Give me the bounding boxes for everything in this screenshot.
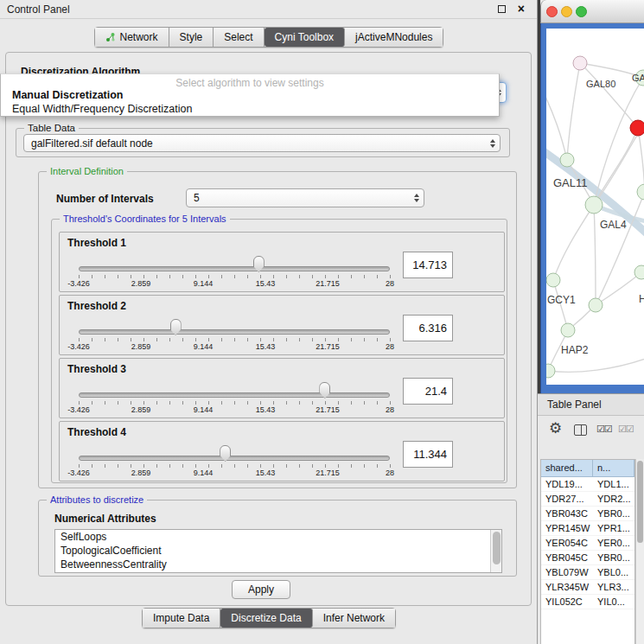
table-scrollbar[interactable] (635, 459, 644, 644)
close-icon[interactable]: × (518, 2, 525, 16)
bottom-tab-infer-network[interactable]: Infer Network (313, 609, 395, 628)
network-icon (105, 32, 116, 42)
network-node[interactable] (546, 364, 555, 378)
threshold-value-field[interactable]: 14.713 (403, 252, 453, 278)
network-node[interactable] (560, 153, 574, 167)
table-row[interactable]: YBR043CYBR0... (541, 507, 634, 521)
table-scrollbar-thumb[interactable] (637, 461, 643, 543)
tab-jactivemnodules[interactable]: jActiveMNodules (345, 28, 443, 47)
threshold-value-field[interactable]: 21.4 (403, 378, 453, 405)
slider-ticks (79, 401, 391, 405)
threshold-slider-track[interactable] (79, 456, 390, 461)
bottom-tab-strip: Impute DataDiscretize DataInfer Network (142, 608, 396, 628)
tab-style[interactable]: Style (169, 28, 214, 47)
num-intervals-label: Number of Intervals (56, 193, 154, 205)
dropdown-option-equal-width-frequency-discretization[interactable]: Equal Width/Frequency Discretization (12, 103, 192, 115)
tick-label: 2.859 (131, 342, 151, 351)
list-scrollbar[interactable] (490, 530, 501, 572)
tick-label: 15.43 (256, 405, 276, 414)
threshold-slider-track[interactable] (79, 266, 390, 271)
threshold-value-field[interactable]: 11.344 (403, 441, 453, 468)
table-row[interactable]: YPR145WYPR1... (541, 521, 634, 536)
attribute-list-item[interactable]: TopologicalCoefficient (55, 544, 501, 558)
table-row[interactable]: YIL052CYIL0... (541, 595, 634, 609)
table-cell: YBL0... (593, 565, 634, 579)
column-header-2[interactable]: n... (593, 460, 634, 477)
network-node[interactable] (546, 273, 560, 287)
close-traffic-light-icon[interactable] (546, 6, 558, 17)
network-node-label: GCY1 (547, 294, 576, 306)
table-panel-title: Table Panel (547, 399, 602, 411)
dropdown-option-manual-discretization[interactable]: Manual Discretization (12, 89, 124, 101)
attribute-list-item[interactable]: BetweennessCentrality (55, 558, 501, 571)
tick-label: -3.426 (67, 279, 90, 288)
tick-label: 2.859 (131, 279, 151, 288)
table-data-combobox[interactable]: galFiltered.sif default node (23, 134, 501, 152)
zoom-traffic-light-icon[interactable] (576, 6, 587, 17)
filter-columns-icon[interactable]: ☑☑ (618, 424, 629, 435)
table-cell: YBL079W (541, 565, 593, 579)
network-node[interactable] (630, 120, 644, 136)
slider-ticks (79, 338, 391, 341)
tick-label: 21.715 (316, 469, 340, 477)
tick-label: 15.43 (256, 342, 276, 351)
apply-button[interactable]: Apply (232, 580, 290, 599)
table-row[interactable]: YBR045CYBR0... (541, 551, 634, 565)
numerical-attributes-list[interactable]: SelfLoopsTopologicalCoefficientBetweenne… (54, 529, 502, 573)
threshold-label: Threshold 2 (67, 300, 126, 312)
threshold-slider-track[interactable] (79, 329, 390, 335)
tick-label: 15.43 (256, 469, 276, 477)
tab-select[interactable]: Select (214, 28, 264, 47)
table-row[interactable]: YER054CYER0... (541, 536, 634, 551)
network-frame: GAL80GAGAL11GAL4GCY1HAP2H (540, 23, 644, 393)
bottom-tab-discretize-data[interactable]: Discretize Data (220, 609, 312, 628)
column-header-1[interactable]: shared... (541, 460, 593, 477)
table-row[interactable]: YDL19...YDL1... (541, 477, 634, 492)
tick-label: 9.144 (194, 405, 214, 414)
list-scrollbar-thumb[interactable] (493, 532, 501, 564)
columns-icon[interactable] (574, 424, 587, 436)
threshold-slider-track[interactable] (79, 392, 390, 398)
tick-label: 28 (386, 342, 394, 351)
table-cell: YDR2... (593, 492, 634, 506)
attributes-group-title: Attributes to discretize (47, 494, 147, 506)
network-node[interactable] (561, 323, 575, 337)
minimize-traffic-light-icon[interactable] (561, 6, 572, 17)
thresholds-group: Threshold's Coordinates for 5 Intervals … (51, 219, 507, 483)
table-cell: YER054C (541, 536, 593, 550)
table-cell: YLR3... (593, 580, 634, 594)
network-window-titlebar[interactable] (540, 0, 644, 23)
thresholds-group-title: Threshold's Coordinates for 5 Intervals (60, 214, 230, 225)
bottom-tab-impute-data[interactable]: Impute Data (143, 609, 220, 628)
num-intervals-value: 5 (194, 192, 200, 204)
threshold-panel-1: Threshold 1-3.4262.8599.14415.4321.71528… (59, 232, 505, 292)
table-cell: YBR0... (593, 507, 634, 520)
tab-label: Style (180, 31, 203, 43)
table-cell: YDL1... (593, 477, 634, 491)
table-panel: ⚙ ☑☑ ☑☑ shared...n... YDL19...YDL1...YDR… (538, 416, 644, 644)
tab-cyni-toolbox[interactable]: Cyni Toolbox (265, 28, 345, 47)
table-row[interactable]: YDR27...YDR2... (541, 492, 634, 507)
node-table: shared...n... YDL19...YDL1...YDR27...YDR… (540, 459, 635, 644)
network-node[interactable] (573, 56, 587, 70)
table-cell: YLR345W (541, 580, 593, 594)
threshold-value-field[interactable]: 6.316 (403, 315, 453, 341)
table-row[interactable]: YLR345WYLR3... (541, 580, 634, 595)
algorithm-dropdown-popup: Select algorithm to view settings Manual… (0, 73, 500, 117)
network-node[interactable] (634, 265, 644, 279)
gear-icon[interactable]: ⚙ (549, 419, 562, 437)
threshold-panel-3: Threshold 3-3.4262.8599.14415.4321.71528… (59, 358, 505, 418)
network-canvas[interactable]: GAL80GAGAL11GAL4GCY1HAP2H (546, 29, 644, 385)
attribute-list-item[interactable]: SelfLoops (55, 530, 501, 544)
network-node[interactable] (589, 298, 603, 312)
tab-network[interactable]: Network (95, 28, 169, 47)
tick-label: 2.859 (131, 405, 151, 414)
num-intervals-combobox[interactable]: 5 (186, 188, 424, 207)
float-window-icon[interactable] (498, 5, 506, 13)
table-row[interactable]: YBL079WYBL0... (541, 565, 634, 580)
select-columns-icon[interactable]: ☑☑ (596, 424, 612, 435)
interval-definition-group: Interval Definition Number of Intervals … (38, 171, 517, 488)
network-node[interactable] (637, 184, 644, 200)
network-node[interactable] (585, 196, 603, 214)
combo-arrows-icon (490, 139, 495, 148)
